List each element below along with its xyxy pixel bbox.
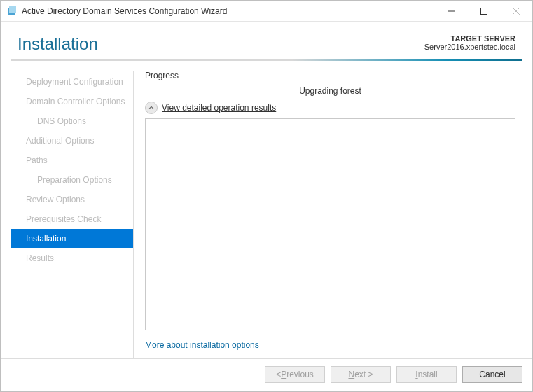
sidebar-item-paths: Paths: [11, 150, 133, 170]
app-icon: [6, 6, 18, 17]
view-detail-label: View detailed operation results: [162, 103, 276, 113]
progress-label: Progress: [145, 71, 515, 80]
sidebar-item-review-options: Review Options: [11, 190, 133, 209]
window-title: Active Directory Domain Services Configu…: [22, 6, 436, 16]
cancel-button[interactable]: Cancel: [462, 366, 522, 383]
sidebar-item-results: Results: [11, 248, 133, 268]
previous-button: < Previous: [265, 366, 325, 383]
install-button: Install: [396, 366, 457, 383]
target-server-label: TARGET SERVER: [424, 34, 515, 43]
operation-results-box: [145, 118, 515, 330]
sidebar-item-deployment-configuration: Deployment Configuration: [11, 72, 133, 92]
window-controls: [436, 1, 532, 21]
header: Installation TARGET SERVER Server2016.xp…: [1, 22, 532, 59]
target-server-value: Server2016.xpertstec.local: [424, 43, 515, 51]
svg-rect-3: [481, 8, 487, 14]
wizard-window: Active Directory Domain Services Configu…: [0, 0, 533, 392]
main-panel: Progress Upgrading forest View detailed …: [134, 71, 522, 358]
more-about-link[interactable]: More about installation options: [145, 330, 515, 358]
progress-status: Upgrading forest: [145, 83, 515, 102]
footer: < Previous Next > Install Cancel: [1, 358, 532, 391]
svg-rect-1: [9, 6, 16, 13]
view-detail-toggle[interactable]: View detailed operation results: [145, 102, 515, 114]
minimize-button[interactable]: [436, 1, 468, 21]
close-button: [500, 1, 532, 21]
maximize-button[interactable]: [468, 1, 500, 21]
sidebar-item-additional-options: Additional Options: [11, 131, 133, 150]
sidebar-item-prerequisites-check: Prerequisites Check: [11, 209, 133, 229]
titlebar: Active Directory Domain Services Configu…: [1, 1, 532, 22]
next-button: Next >: [331, 366, 391, 383]
chevron-up-icon: [145, 102, 158, 114]
target-server: TARGET SERVER Server2016.xpertstec.local: [424, 34, 515, 51]
body: Deployment Configuration Domain Controll…: [1, 61, 532, 358]
sidebar: Deployment Configuration Domain Controll…: [11, 71, 134, 358]
sidebar-item-domain-controller-options: Domain Controller Options: [11, 92, 133, 111]
sidebar-item-installation[interactable]: Installation: [11, 229, 133, 248]
sidebar-item-preparation-options: Preparation Options: [11, 170, 133, 190]
page-title: Installation: [18, 34, 98, 54]
sidebar-item-dns-options: DNS Options: [11, 111, 133, 131]
